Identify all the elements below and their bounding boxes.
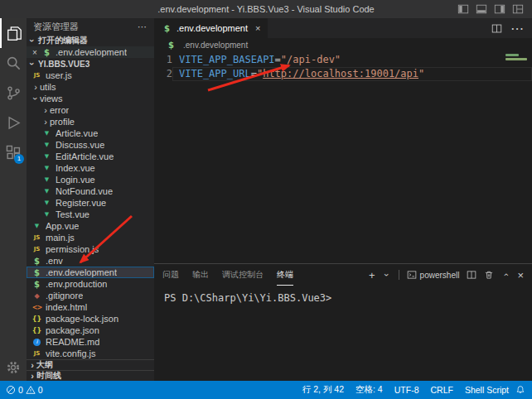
- maximize-panel-chevron-up-icon[interactable]: ›: [501, 271, 510, 279]
- code-line-text[interactable]: VITE_APP_URL="http://localhost:19001/api…: [172, 67, 532, 81]
- tab-env-development[interactable]: $ .env.development ×: [154, 18, 268, 38]
- activity-bar: 1: [0, 18, 27, 381]
- file-tree-item[interactable]: ▼Index.vue: [27, 162, 154, 174]
- shell-file-icon: $: [31, 280, 42, 289]
- activity-run-debug[interactable]: [0, 108, 27, 137]
- cursor-position[interactable]: 行 2, 列 42: [302, 384, 344, 396]
- status-bar: 0 0 行 2, 列 42空格: 4UTF-8CRLFShell Script: [0, 381, 532, 399]
- minimap-line-mark: [505, 54, 519, 56]
- vue-file-icon: ▼: [41, 142, 52, 148]
- customize-layout-icon[interactable]: [512, 3, 524, 15]
- activity-settings[interactable]: [0, 354, 27, 381]
- terminal-dropdown-chevron-icon[interactable]: ›: [383, 271, 391, 279]
- file-label: Article.vue: [56, 128, 98, 138]
- git-file-icon: ◆: [31, 292, 42, 300]
- encoding[interactable]: UTF-8: [394, 385, 419, 395]
- file-tree-item[interactable]: ◆.gitignore: [27, 290, 154, 301]
- activity-extensions[interactable]: 1: [0, 137, 27, 167]
- folder-tree-item[interactable]: ›views: [27, 93, 154, 104]
- more-actions-icon[interactable]: ⋯: [138, 22, 148, 32]
- code-token: =: [251, 68, 257, 79]
- folder-tree-item[interactable]: ›error: [27, 104, 154, 116]
- language-mode[interactable]: Shell Script: [465, 385, 509, 395]
- activity-search[interactable]: [0, 48, 27, 78]
- toggle-secondary-sidebar-icon[interactable]: [494, 3, 505, 15]
- breadcrumb[interactable]: $ .env.development: [154, 38, 532, 51]
- split-terminal-icon[interactable]: [467, 270, 476, 280]
- file-tree-item[interactable]: ▼EditArticle.vue: [27, 151, 154, 162]
- error-circle-icon: [6, 385, 16, 395]
- shell-file-icon: $: [31, 268, 42, 277]
- file-tree-item[interactable]: ▼NotFound.vue: [27, 185, 154, 197]
- folder-tree-item[interactable]: ›utils: [27, 81, 154, 93]
- file-tree-item[interactable]: JSmain.js: [27, 232, 154, 243]
- close-icon[interactable]: ×: [30, 48, 40, 57]
- notifications-bell[interactable]: [515, 385, 532, 395]
- terminal-instance-powershell[interactable]: powershell: [407, 270, 460, 280]
- close-tab-icon[interactable]: ×: [255, 23, 260, 33]
- file-tree-item[interactable]: {}package-lock.json: [27, 313, 154, 324]
- panel-header: 问题输出调试控制台终端 + › powershell › ×: [154, 264, 532, 286]
- status-right: 行 2, 列 42空格: 4UTF-8CRLFShell Script: [302, 384, 515, 396]
- file-tree-item[interactable]: $.env: [27, 255, 154, 267]
- search-icon: [6, 55, 22, 71]
- kill-terminal-trash-icon[interactable]: [484, 270, 494, 280]
- open-editor-label: .env.development: [56, 47, 127, 57]
- file-tree-item[interactable]: JSpermission.js: [27, 243, 154, 255]
- divider: [399, 270, 399, 280]
- problems-status[interactable]: 0 0: [6, 385, 43, 395]
- panel-tab-output[interactable]: 输出: [192, 264, 209, 286]
- sidebar-bottom-sections: › 大纲 › 时间线: [27, 359, 154, 381]
- panel-tab-debug-console[interactable]: 调试控制台: [222, 264, 264, 286]
- file-tree-item[interactable]: ▼Test.vue: [27, 209, 154, 220]
- shell-file-icon: $: [31, 257, 42, 266]
- chevron-down-icon: ›: [28, 60, 36, 68]
- project-header[interactable]: › YI.BBS.VUE3: [27, 58, 154, 70]
- panel-tab-terminal[interactable]: 终端: [277, 264, 293, 286]
- html-file-icon: <>: [31, 304, 42, 311]
- code-line-text[interactable]: VITE_APP_BASEAPI="/api-dev": [172, 53, 532, 67]
- file-tree-item[interactable]: JSuser.js: [27, 70, 154, 81]
- terminal-output[interactable]: PS D:\CSharp\Yi\Yi.BBS.Vue3>: [154, 286, 532, 381]
- file-label: Register.vue: [56, 198, 106, 208]
- indentation[interactable]: 空格: 4: [355, 384, 383, 396]
- file-tree-item[interactable]: $.env.production: [27, 278, 154, 290]
- minimap[interactable]: [504, 51, 532, 263]
- toggle-sidebar-icon[interactable]: [457, 3, 469, 15]
- open-editors-header[interactable]: › 打开的编辑器: [27, 35, 154, 46]
- file-tree-item[interactable]: $.env.development: [27, 267, 154, 278]
- line-number: 1: [154, 53, 172, 67]
- file-tree-item[interactable]: ▼App.vue: [27, 220, 154, 232]
- close-panel-icon[interactable]: ×: [517, 270, 524, 281]
- js-file-icon: JS: [31, 350, 42, 357]
- more-actions-icon[interactable]: ⋯: [510, 21, 524, 36]
- split-editor-icon[interactable]: [491, 23, 502, 34]
- file-tree-item[interactable]: {}package.json: [27, 324, 154, 336]
- file-label: package-lock.json: [46, 314, 118, 324]
- file-tree-item[interactable]: JSvite.config.js: [27, 348, 154, 359]
- sidebar-title: 资源管理器: [33, 21, 79, 33]
- file-tree-item[interactable]: iREADME.md: [27, 336, 154, 348]
- file-tree-item[interactable]: ▼Discuss.vue: [27, 139, 154, 151]
- timeline-section-header[interactable]: › 时间线: [27, 370, 154, 381]
- chevron-right-icon: ›: [31, 83, 40, 91]
- folder-tree-item[interactable]: ›profile: [27, 116, 154, 127]
- gear-icon: [6, 360, 21, 375]
- warning-triangle-icon: [26, 385, 36, 395]
- eol[interactable]: CRLF: [430, 385, 452, 395]
- file-tree-item[interactable]: ▼Login.vue: [27, 174, 154, 185]
- file-tree-item[interactable]: ▼Article.vue: [27, 127, 154, 139]
- title-bar: .env.development - Yi.BBS.Vue3 - Visual …: [0, 0, 532, 18]
- activity-explorer[interactable]: [0, 18, 27, 48]
- file-tree-item[interactable]: <>index.html: [27, 301, 154, 313]
- outline-section-header[interactable]: › 大纲: [27, 359, 154, 370]
- code-editor[interactable]: 1VITE_APP_BASEAPI="/api-dev"2VITE_APP_UR…: [154, 51, 532, 263]
- open-editor-item[interactable]: × $ .env.development: [27, 46, 154, 58]
- panel-tabs: 问题输出调试控制台终端: [162, 264, 293, 286]
- toggle-panel-icon[interactable]: [476, 3, 487, 15]
- activity-source-control[interactable]: [0, 78, 27, 108]
- file-tree-item[interactable]: ▼Register.vue: [27, 197, 154, 209]
- panel-tab-problems[interactable]: 问题: [162, 264, 179, 286]
- code-token: ": [418, 68, 424, 79]
- new-terminal-icon[interactable]: +: [369, 270, 375, 281]
